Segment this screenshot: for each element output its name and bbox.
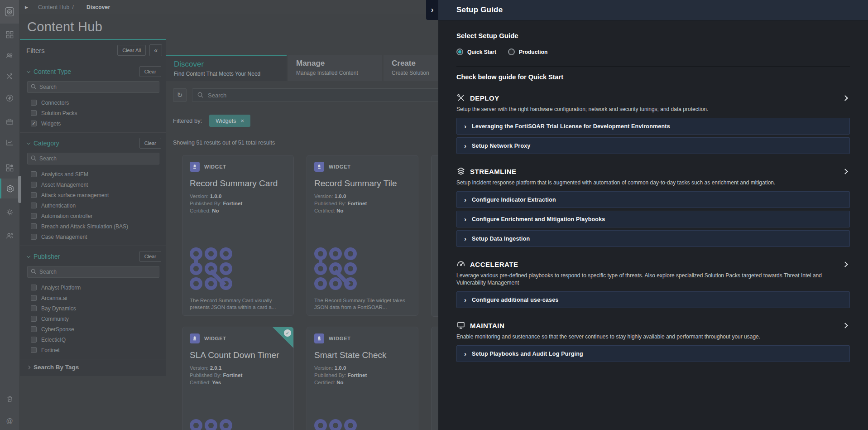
collapse-setup-guide-button[interactable]: › — [426, 0, 438, 20]
guide-step-label: Leveraging the FortiSOAR Trial License f… — [472, 123, 670, 130]
content-card[interactable]: WIDGET Record Summary Card Version: 1.0.… — [182, 155, 294, 316]
checkbox[interactable] — [31, 326, 37, 332]
settings-icon[interactable] — [0, 204, 19, 220]
card-title: Smart State Check — [314, 350, 411, 360]
filter-chip-widgets[interactable]: Widgets × — [209, 115, 250, 127]
filter-option[interactable]: Asset Management — [31, 179, 161, 190]
content-hub-icon[interactable] — [0, 179, 19, 198]
filter-option[interactable]: Community — [31, 314, 161, 324]
content-card[interactable]: WIDGET Record Summary Tile Version: 1.0.… — [307, 155, 418, 316]
content-card[interactable]: WIDGET Smart State Check Version: 1.0.0 … — [307, 327, 418, 430]
checkbox[interactable] — [31, 223, 37, 229]
chevron-right-icon[interactable] — [842, 169, 848, 174]
clear-all-button[interactable]: Clear All — [117, 45, 146, 56]
checkbox[interactable] — [31, 337, 37, 343]
recycle-bin-icon[interactable] — [0, 391, 19, 407]
tab-label: Discover — [174, 60, 278, 69]
reports-icon[interactable] — [0, 134, 19, 150]
filter-option[interactable]: EclecticIQ — [31, 334, 161, 345]
checkbox[interactable] — [31, 100, 37, 106]
checkbox[interactable] — [31, 285, 37, 290]
queues-icon[interactable] — [0, 47, 19, 63]
checkbox[interactable] — [31, 192, 37, 198]
tab-discover[interactable]: Discover Find Content That Meets Your Ne… — [166, 55, 287, 81]
version-value: 1.0.0 — [335, 365, 346, 371]
content-card[interactable]: WIDGET SLA Count Down Timer Version: 2.0… — [182, 327, 294, 430]
radio-quick-start[interactable]: Quick Start — [456, 48, 496, 55]
filter-option[interactable]: Bay Dynamics — [31, 303, 161, 314]
automation-icon[interactable] — [0, 90, 19, 106]
guide-step[interactable]: › Setup Network Proxy — [456, 137, 850, 154]
chevron-down-icon[interactable] — [27, 69, 30, 73]
clear-section-button[interactable]: Clear — [139, 138, 161, 149]
content-type-search-input[interactable] — [27, 81, 159, 93]
filter-option[interactable]: Arcanna.ai — [31, 293, 161, 303]
guide-section-description: Setup the server with the right hardware… — [456, 106, 850, 113]
checkbox[interactable]: ✓ — [31, 121, 37, 126]
breadcrumb-root[interactable]: Content Hub — [38, 4, 70, 10]
remove-filter-icon[interactable]: × — [240, 117, 244, 124]
radio-icon[interactable] — [456, 48, 463, 55]
chevron-down-icon[interactable] — [27, 141, 30, 145]
filter-option[interactable]: Connectors — [31, 97, 161, 108]
resources-icon[interactable] — [0, 113, 19, 130]
guide-step[interactable]: › Setup Playbooks and Audit Log Purging — [456, 345, 850, 362]
checkbox[interactable] — [31, 182, 37, 188]
filter-option-label: Case Management — [41, 234, 87, 240]
help-icon[interactable]: @ — [0, 412, 19, 429]
search-by-tags-toggle[interactable]: Search By Tags — [20, 359, 166, 375]
checkbox[interactable] — [31, 305, 37, 311]
checkbox[interactable] — [31, 347, 37, 353]
filter-option[interactable]: Analyst Platform — [31, 282, 161, 293]
checkbox[interactable] — [31, 234, 37, 240]
user-management-icon[interactable] — [0, 227, 19, 244]
publisher-search-input[interactable] — [27, 266, 159, 278]
guide-step[interactable]: › Setup Data Ingestion — [456, 230, 850, 247]
collapse-filters-button[interactable]: « — [149, 44, 162, 56]
filter-section-title[interactable]: Publisher — [34, 253, 139, 260]
category-search-input[interactable] — [27, 153, 159, 164]
guide-step[interactable]: › Configure Enrichment and Mitigation Pl… — [456, 211, 850, 227]
clear-section-button[interactable]: Clear — [139, 66, 161, 77]
chevron-right-icon[interactable] — [842, 323, 848, 329]
check-icon: ✓ — [32, 121, 35, 126]
clear-section-button[interactable]: Clear — [139, 251, 161, 262]
checkbox[interactable] — [31, 295, 37, 301]
radio-production[interactable]: Production — [508, 48, 547, 55]
filter-option[interactable]: Authentication — [31, 200, 161, 211]
guide-step[interactable]: › Configure additional use-cases — [456, 291, 850, 308]
filter-option[interactable]: Attack surface management — [31, 190, 161, 200]
checkbox[interactable] — [31, 203, 37, 208]
guide-step[interactable]: › Leveraging the FortiSOAR Trial License… — [456, 118, 850, 135]
playbooks-icon[interactable] — [0, 68, 19, 84]
checkbox[interactable] — [31, 171, 37, 177]
checkbox[interactable] — [31, 316, 37, 322]
filter-option-label: Arcanna.ai — [41, 295, 67, 301]
filter-option[interactable]: Solution Packs — [31, 108, 161, 118]
checkbox[interactable] — [31, 110, 37, 116]
dashboard-icon[interactable] — [0, 26, 19, 43]
guide-step[interactable]: › Configure Indicator Extraction — [456, 191, 850, 208]
expand-sidebar-icon[interactable]: ▶ — [25, 5, 28, 10]
filter-option[interactable]: ✓ Widgets — [31, 118, 161, 129]
filter-option[interactable]: Fortinet — [31, 345, 161, 355]
radio-icon[interactable] — [508, 48, 515, 55]
filters-scrollbar-thumb[interactable] — [18, 176, 21, 203]
chevron-right-icon[interactable] — [842, 261, 848, 267]
filter-section-content-type: Content Type Clear Connectors — [20, 61, 166, 132]
filter-option[interactable]: Automation controller — [31, 211, 161, 221]
refresh-button[interactable]: ↻ — [173, 88, 187, 102]
chevron-right-icon[interactable] — [842, 95, 848, 101]
filter-option[interactable]: CyberSponse — [31, 324, 161, 334]
filter-option[interactable]: Case Management — [31, 232, 161, 242]
filter-section-title[interactable]: Category — [34, 140, 139, 147]
tab-manage[interactable]: Manage Manage Installed Content — [288, 55, 382, 81]
card-description: The Record Summary Tile widget takes JSO… — [314, 297, 412, 311]
widget-library-icon[interactable] — [0, 159, 19, 176]
filter-option[interactable]: Breach and Attack Simulation (BAS) — [31, 221, 161, 232]
app-logo-icon[interactable] — [0, 0, 19, 24]
filter-option[interactable]: Analytics and SIEM — [31, 169, 161, 179]
checkbox[interactable] — [31, 213, 37, 219]
filter-section-title[interactable]: Content Type — [34, 68, 139, 75]
chevron-down-icon[interactable] — [27, 254, 30, 258]
